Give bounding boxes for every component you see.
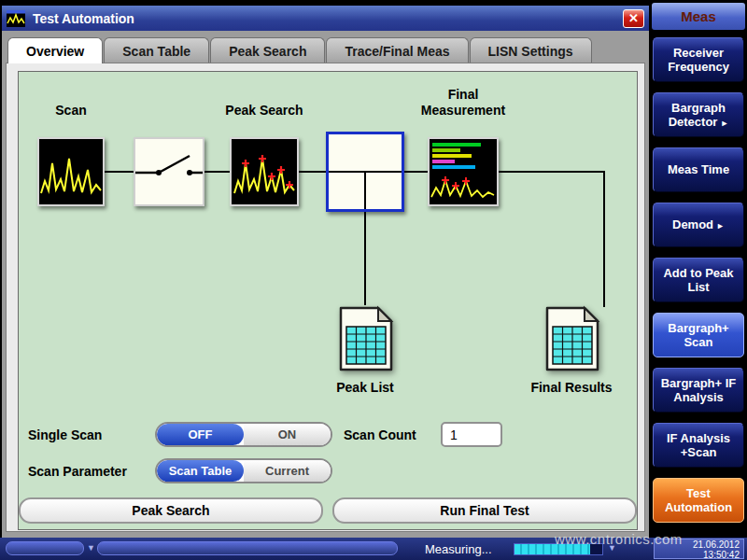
softkey-label: IF Analysis +Scan — [667, 431, 730, 459]
softkey-label: Bargraph+ IF Analysis — [661, 376, 737, 404]
softkey-bargraph-scan[interactable]: Bargraph+ Scan — [653, 313, 744, 357]
app-spectrum-icon — [7, 10, 25, 27]
tab-lisn-settings[interactable]: LISN Settings — [470, 37, 592, 63]
peak-list-block-label: Peak List — [309, 380, 421, 395]
peak-search-block-label: Peak Search — [208, 103, 320, 118]
window-title: Test Automation — [33, 11, 134, 26]
connector-line — [105, 171, 134, 173]
flow-diagram-panel: Scan Peak Search Final Measurement Peak … — [18, 71, 638, 530]
connector-line — [299, 171, 326, 173]
menu-header: Meas — [652, 3, 745, 30]
title-bar: Test Automation ✕ — [2, 6, 649, 31]
dialog-body: Overview Scan Table Peak Search Trace/Fi… — [2, 31, 649, 538]
run-final-test-button[interactable]: Run Final Test — [332, 497, 637, 524]
scan-parameter-label: Scan Parameter — [28, 464, 127, 479]
final-measurement-block-label: Final Measurement — [398, 87, 529, 119]
peak-list-document-icon[interactable] — [331, 305, 400, 372]
time-text: 13:50:42 — [655, 551, 740, 560]
final-results-document-icon[interactable] — [537, 305, 606, 372]
junction-box-selected[interactable] — [326, 132, 404, 212]
tab-overview[interactable]: Overview — [7, 37, 103, 63]
switch-icon[interactable] — [134, 137, 204, 206]
softkey-label: Meas Time — [668, 162, 729, 176]
softkey-if-analysis-scan[interactable]: IF Analysis +Scan — [653, 423, 744, 468]
scan-block-label: Scan — [34, 103, 108, 118]
connector-line-vertical — [364, 212, 366, 305]
final-measurement-trace-icon[interactable] — [428, 137, 499, 206]
status-segment-middle[interactable] — [97, 541, 398, 555]
status-text: Measuring... — [425, 542, 492, 556]
tab-bar: Overview Scan Table Peak Search Trace/Fi… — [7, 37, 593, 63]
single-scan-toggle: OFF ON — [155, 422, 332, 447]
single-scan-on-option[interactable]: ON — [244, 424, 331, 445]
close-icon[interactable]: ✕ — [623, 9, 644, 28]
dropdown-arrow-icon[interactable]: ▼ — [87, 543, 95, 553]
tab-peak-search[interactable]: Peak Search — [210, 37, 325, 63]
watermark-text: www.cntronics.com — [555, 531, 683, 547]
softkey-test-automation[interactable]: Test Automation — [653, 478, 744, 523]
softkey-label: Demod — [672, 217, 713, 231]
softkey-label: Test Automation — [665, 486, 732, 514]
scan-trace-icon[interactable] — [37, 137, 105, 206]
final-results-block-label: Final Results — [506, 380, 637, 395]
submenu-arrow-icon: ► — [716, 221, 725, 231]
softkey-add-to-peak-list[interactable]: Add to Peak List — [653, 258, 744, 302]
softkey-demod[interactable]: Demod► — [653, 203, 744, 247]
softkey-bargraph-detector[interactable]: Bargraph Detector► — [653, 92, 744, 137]
single-scan-label: Single Scan — [28, 427, 102, 442]
softkey-meas-time[interactable]: Meas Time — [653, 147, 744, 192]
softkey-bargraph-if-analysis[interactable]: Bargraph+ IF Analysis — [653, 368, 744, 413]
single-scan-off-option[interactable]: OFF — [157, 424, 244, 445]
status-segment-left[interactable] — [6, 541, 84, 555]
softkey-label: Add to Peak List — [663, 266, 733, 294]
softkey-label: Bargraph Detector — [669, 101, 726, 129]
softkey-label: Bargraph+ Scan — [668, 321, 728, 349]
tab-trace-final-meas[interactable]: Trace/Final Meas — [326, 37, 468, 63]
connector-line-vertical — [603, 171, 605, 307]
scan-count-input[interactable] — [441, 422, 502, 447]
overview-tab-page: Scan Peak Search Final Measurement Peak … — [6, 63, 645, 532]
peak-search-button[interactable]: Peak Search — [19, 497, 323, 524]
connector-line — [499, 171, 605, 173]
submenu-arrow-icon: ► — [720, 119, 728, 128]
connector-line — [404, 171, 428, 173]
peak-search-trace-icon[interactable] — [230, 137, 299, 206]
scan-parameter-current-option[interactable]: Current — [244, 460, 331, 482]
tab-scan-table[interactable]: Scan Table — [104, 37, 209, 63]
scan-count-label: Scan Count — [344, 427, 416, 442]
softkey-label: Receiver Frequency — [668, 46, 729, 74]
test-automation-dialog: Test Automation ✕ Overview Scan Table Pe… — [0, 0, 651, 538]
connector-line — [204, 171, 230, 173]
softkey-receiver-frequency[interactable]: Receiver Frequency — [653, 37, 744, 82]
scan-parameter-scan-table-option[interactable]: Scan Table — [157, 460, 244, 482]
softkey-menu: Meas Receiver Frequency Bargraph Detecto… — [651, 0, 747, 560]
scan-parameter-toggle: Scan Table Current — [155, 458, 332, 483]
